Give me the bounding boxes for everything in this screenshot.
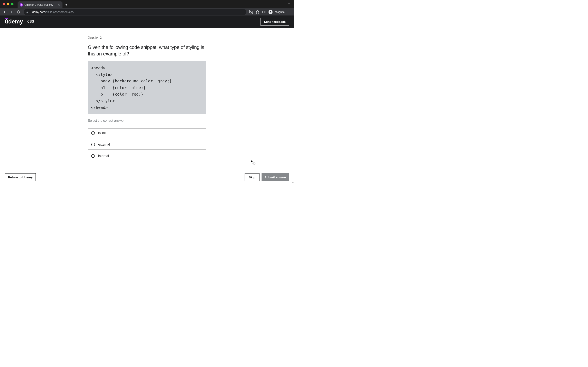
send-feedback-button[interactable]: Send feedback xyxy=(260,18,289,26)
tab-title: Question 2 | CSS | Udemy xyxy=(25,3,56,6)
code-snippet: <head> <style> body {background-color: g… xyxy=(88,61,206,114)
side-panel-icon[interactable] xyxy=(262,10,266,14)
window-maximize-button[interactable] xyxy=(11,3,13,5)
question-prompt: Given the following code snippet, what t… xyxy=(88,44,206,57)
window-minimize-button[interactable] xyxy=(7,3,9,5)
resize-handle-icon xyxy=(291,181,294,183)
submit-answer-button[interactable]: Submit answer xyxy=(261,173,289,181)
svg-marker-1 xyxy=(256,10,259,13)
return-to-udemy-button[interactable]: Return to Udemy xyxy=(5,173,36,181)
new-tab-button[interactable]: + xyxy=(62,3,70,7)
svg-point-4 xyxy=(289,11,290,11)
answer-option[interactable]: inline xyxy=(88,128,206,138)
eye-off-icon[interactable] xyxy=(249,10,253,14)
reload-button[interactable] xyxy=(16,9,21,15)
radio-icon xyxy=(91,131,95,135)
radio-icon xyxy=(91,154,95,158)
svg-rect-2 xyxy=(263,11,265,13)
browser-chrome: û Question 2 | CSS | Udemy ✕ + udemy.com… xyxy=(0,0,294,16)
select-hint: Select the correct answer xyxy=(88,119,206,123)
radio-icon xyxy=(91,143,95,146)
address-bar: udemy.com/skills-assessment/css/ Incogni… xyxy=(0,8,294,16)
question-number: Question 2 xyxy=(88,36,206,39)
lock-icon xyxy=(26,11,29,13)
udemy-favicon-icon: û xyxy=(20,3,23,7)
forward-button[interactable] xyxy=(9,9,14,15)
answer-options: inline external internal xyxy=(88,128,206,161)
answer-option[interactable]: external xyxy=(88,140,206,150)
kebab-menu-icon[interactable] xyxy=(287,10,291,14)
svg-point-5 xyxy=(289,12,290,12)
option-label: external xyxy=(98,143,110,146)
browser-tab[interactable]: û Question 2 | CSS | Udemy ✕ xyxy=(17,1,62,8)
window-close-button[interactable] xyxy=(3,3,5,5)
bookmark-star-icon[interactable] xyxy=(256,10,259,14)
option-label: inline xyxy=(98,131,106,135)
tab-close-icon[interactable]: ✕ xyxy=(57,3,61,6)
udemy-logo[interactable]: ûdemy xyxy=(5,18,23,25)
tab-overflow-button[interactable] xyxy=(288,2,294,6)
assessment-topic: CSS xyxy=(27,20,34,24)
tab-strip: û Question 2 | CSS | Udemy ✕ + xyxy=(0,0,294,8)
url-field[interactable]: udemy.com/skills-assessment/css/ xyxy=(24,9,246,15)
back-button[interactable] xyxy=(2,9,7,15)
svg-point-6 xyxy=(289,13,290,13)
window-controls xyxy=(3,3,13,5)
url-text: udemy.com/skills-assessment/css/ xyxy=(31,10,74,14)
footer-bar: Return to Udemy Skip Submit answer xyxy=(0,171,294,184)
option-label: internal xyxy=(98,154,109,158)
answer-option[interactable]: internal xyxy=(88,151,206,161)
udemy-header: ûdemy CSS Send feedback xyxy=(0,16,294,28)
incognito-icon xyxy=(268,10,273,14)
main-content: Question 2 Given the following code snip… xyxy=(0,28,294,171)
incognito-indicator[interactable]: Incognito xyxy=(268,10,285,14)
skip-button[interactable]: Skip xyxy=(245,173,260,181)
